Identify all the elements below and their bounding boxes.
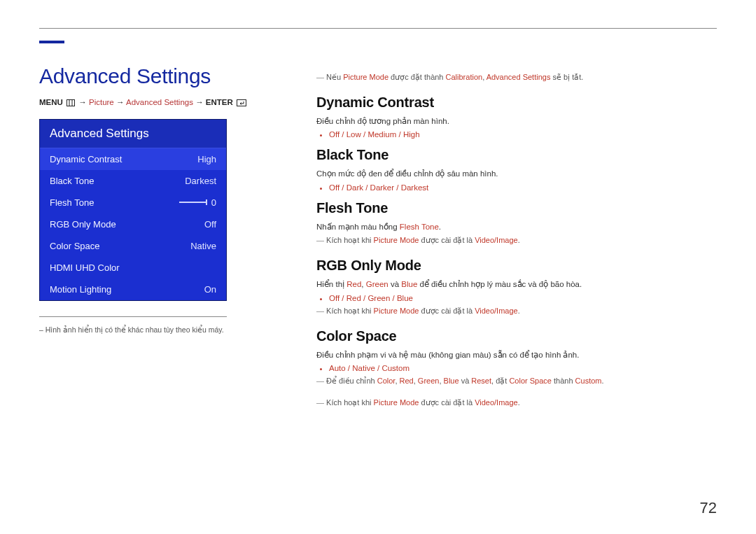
menu-row-value: 0 xyxy=(179,197,216,208)
menu-row-value: Off xyxy=(204,219,216,230)
menu-row-motion-lighting[interactable]: Motion LightingOn xyxy=(40,279,226,300)
menu-row-color-space[interactable]: Color SpaceNative xyxy=(40,235,226,257)
rgb-desc: Hiển thị Red, Green và Blue để điều chỉn… xyxy=(316,278,717,290)
menu-row-dynamic-contrast[interactable]: Dynamic ContrastHigh xyxy=(40,148,226,170)
page-number: 72 xyxy=(700,499,717,517)
section-dynamic-contrast-title: Dynamic Contrast xyxy=(316,94,717,111)
cs-opts: Auto / Native / Custom xyxy=(329,364,717,372)
dc-opts: Off / Low / Medium / High xyxy=(329,130,717,139)
enter-icon xyxy=(237,99,246,108)
menu-row-label: RGB Only Mode xyxy=(50,219,116,230)
breadcrumb-picture: Picture xyxy=(89,98,114,106)
svg-rect-0 xyxy=(67,100,75,106)
page-body: Advanced Settings MENU → Picture → Advan… xyxy=(39,64,717,420)
ft-desc: Nhấn mạnh màu hồng Flesh Tone. xyxy=(316,220,717,233)
menu-row-hdmi-uhd-color[interactable]: HDMI UHD Color xyxy=(40,257,226,279)
menu-icon xyxy=(66,99,75,108)
settings-menu-title: Advanced Settings xyxy=(40,120,226,148)
section-color-space-title: Color Space xyxy=(316,328,717,344)
section-black-tone-title: Black Tone xyxy=(316,147,717,163)
section-flesh-tone-title: Flesh Tone xyxy=(316,200,717,216)
menu-row-value: High xyxy=(197,154,216,164)
menu-row-value: Darkest xyxy=(185,176,216,186)
slider-icon xyxy=(179,202,207,203)
menu-row-label: Flesh Tone xyxy=(50,197,94,208)
menu-row-label: Dynamic Contrast xyxy=(50,154,122,164)
breadcrumb-advanced: Advanced Settings xyxy=(126,98,193,106)
menu-row-flesh-tone[interactable]: Flesh Tone0 xyxy=(40,192,226,213)
menu-row-label: Color Space xyxy=(50,241,100,251)
top-rule xyxy=(39,28,717,29)
menu-row-rgb-only-mode[interactable]: RGB Only ModeOff xyxy=(40,213,226,235)
caption-rule xyxy=(39,316,227,317)
menu-row-label: Motion Lighting xyxy=(50,284,111,295)
menu-row-label: HDMI UHD Color xyxy=(50,262,120,273)
bt-opts: Off / Dark / Darker / Darkest xyxy=(329,183,717,192)
page-title: Advanced Settings xyxy=(39,64,277,88)
section-rgb-title: RGB Only Mode xyxy=(316,258,717,274)
breadcrumb-menu: MENU xyxy=(39,98,63,106)
menu-row-black-tone[interactable]: Black ToneDarkest xyxy=(40,170,226,192)
ft-note: Kích hoạt khi Picture Mode được cài đặt … xyxy=(316,236,717,245)
breadcrumb: MENU → Picture → Advanced Settings → ENT… xyxy=(39,98,277,108)
menu-row-value: On xyxy=(204,284,216,295)
cs-note1: Để điều chỉnh Color, Red, Green, Blue và… xyxy=(316,377,717,386)
caption-text: – Hình ảnh hiển thị có thể khác nhau tùy… xyxy=(39,324,263,336)
menu-row-value: Native xyxy=(190,241,216,251)
dc-desc: Điều chỉnh độ tương phản màn hình. xyxy=(316,115,717,127)
breadcrumb-enter: ENTER xyxy=(206,98,233,106)
cs-desc: Điều chỉnh phạm vi và hệ màu (không gian… xyxy=(316,349,717,361)
settings-menu: Advanced Settings Dynamic ContrastHighBl… xyxy=(39,119,227,301)
rgb-opts: Off / Red / Green / Blue xyxy=(329,294,717,302)
cs-note2: Kích hoạt khi Picture Mode được cài đặt … xyxy=(316,398,717,407)
right-column: Nếu Picture Mode được đặt thành Calibrat… xyxy=(316,64,717,420)
accent-bar xyxy=(39,41,64,43)
rgb-note: Kích hoạt khi Picture Mode được cài đặt … xyxy=(316,307,717,316)
left-column: Advanced Settings MENU → Picture → Advan… xyxy=(39,64,277,420)
bt-desc: Chọn mức độ đen để điều chỉnh độ sâu màn… xyxy=(316,167,717,180)
menu-row-label: Black Tone xyxy=(50,176,94,186)
top-note: Nếu Picture Mode được đặt thành Calibrat… xyxy=(316,73,717,82)
